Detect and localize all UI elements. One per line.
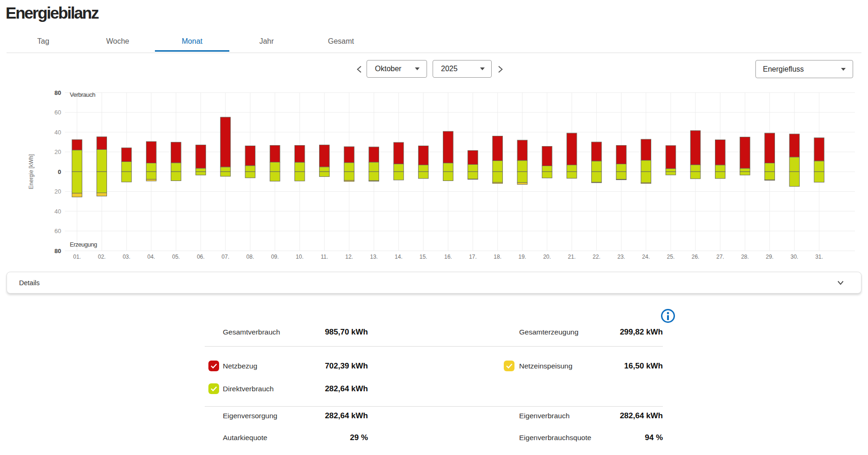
svg-text:21.: 21. (568, 254, 576, 260)
svg-text:80: 80 (54, 89, 61, 96)
svg-text:09.: 09. (271, 254, 279, 260)
svg-text:28.: 28. (741, 254, 749, 260)
svg-text:19.: 19. (518, 254, 526, 260)
svg-text:40: 40 (54, 129, 61, 136)
svg-text:60: 60 (54, 109, 61, 116)
svg-text:25.: 25. (667, 254, 675, 260)
svg-text:22.: 22. (593, 254, 601, 260)
svg-text:80: 80 (54, 248, 61, 254)
svg-text:15.: 15. (420, 254, 427, 260)
svg-text:27.: 27. (716, 254, 724, 260)
svg-text:30.: 30. (790, 254, 798, 260)
svg-text:16.: 16. (444, 254, 452, 260)
svg-text:07.: 07. (221, 254, 229, 260)
svg-text:02.: 02. (98, 254, 106, 260)
svg-text:12.: 12. (345, 254, 353, 260)
svg-text:0: 0 (58, 168, 61, 175)
svg-text:03.: 03. (123, 254, 131, 260)
svg-text:13.: 13. (370, 254, 378, 260)
svg-text:20: 20 (54, 148, 61, 155)
svg-text:60: 60 (54, 228, 61, 234)
svg-text:08.: 08. (247, 254, 254, 260)
svg-text:10.: 10. (296, 254, 304, 260)
svg-text:Energie [kWh]: Energie [kWh] (28, 154, 34, 189)
svg-text:17.: 17. (469, 254, 477, 260)
svg-text:Erzeugung: Erzeugung (70, 241, 97, 248)
svg-text:06.: 06. (197, 254, 205, 260)
svg-text:18.: 18. (494, 254, 501, 260)
svg-text:23.: 23. (617, 254, 625, 260)
svg-text:14.: 14. (395, 254, 403, 260)
svg-text:31.: 31. (815, 254, 823, 260)
svg-text:40: 40 (54, 208, 61, 215)
svg-text:Verbrauch: Verbrauch (70, 91, 95, 98)
svg-text:20: 20 (54, 188, 61, 195)
svg-text:20.: 20. (543, 254, 551, 260)
svg-text:26.: 26. (692, 254, 700, 260)
svg-text:04.: 04. (147, 254, 155, 260)
svg-text:29.: 29. (766, 254, 774, 260)
svg-text:11.: 11. (321, 254, 328, 260)
svg-text:05.: 05. (172, 254, 180, 260)
svg-text:01.: 01. (73, 254, 81, 260)
svg-text:24.: 24. (642, 254, 650, 260)
